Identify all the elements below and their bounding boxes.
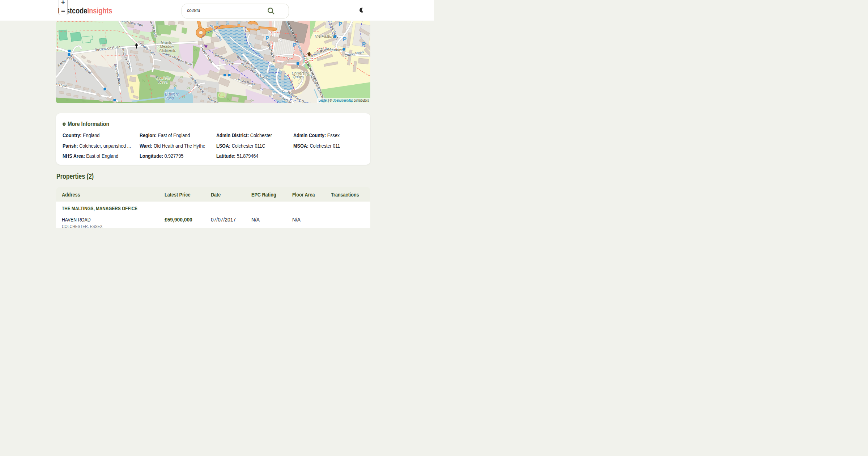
svg-text:Wood: Wood <box>158 79 167 84</box>
svg-text:P: P <box>362 41 366 47</box>
svg-text:P: P <box>265 35 269 41</box>
svg-text:Scarletts: Scarletts <box>156 75 171 80</box>
svg-text:Distillery: Distillery <box>165 92 179 96</box>
svg-text:Quays: Quays <box>293 75 304 79</box>
svg-text:Pond: Pond <box>165 96 174 100</box>
svg-text:P: P <box>343 36 346 42</box>
svg-text:Meadow: Meadow <box>160 44 174 48</box>
svg-text:Allotments: Allotments <box>159 48 176 52</box>
svg-text:P: P <box>339 21 342 27</box>
svg-text:P: P <box>293 42 297 48</box>
svg-text:Grants: Grants <box>161 40 172 44</box>
svg-text:Leaflet | © OpenStreetMap cont: Leaflet | © OpenStreetMap contributors <box>319 98 369 102</box>
